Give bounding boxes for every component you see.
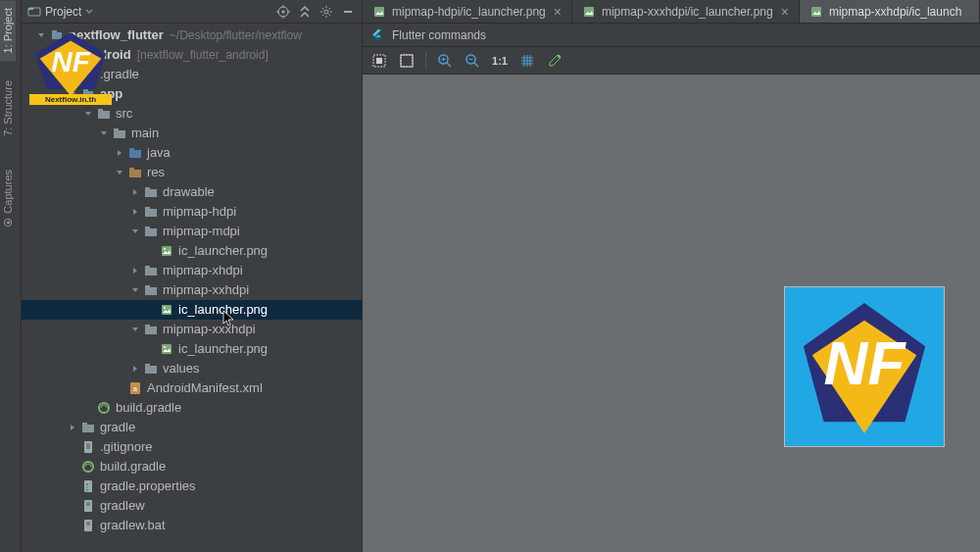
svg-line-75: [447, 63, 451, 67]
svg-rect-39: [162, 305, 172, 315]
folder-icon: [143, 204, 159, 220]
tree-hint: [nextflow_flutter_android]: [137, 45, 269, 65]
tab-label: mipmap-hdpi/ic_launcher.png: [392, 5, 546, 19]
select-bounds-icon[interactable]: [370, 52, 388, 70]
folder-icon: [112, 125, 127, 141]
chevron-down-icon: [114, 167, 125, 178]
image-file-icon: [159, 341, 174, 357]
tree-mipmap-xxxhdpi[interactable]: mipmap-xxxhdpi: [22, 320, 362, 339]
tree-gradle-properties[interactable]: gradle.properties: [22, 477, 362, 496]
project-panel-header: Project: [22, 0, 362, 24]
color-picker-icon[interactable]: [546, 52, 564, 70]
svg-rect-30: [145, 207, 150, 210]
tree-java[interactable]: java: [22, 143, 362, 163]
tree-build-gradle-root[interactable]: build.gradle: [22, 457, 362, 477]
structure-tool-tab[interactable]: 7: Structure: [0, 73, 16, 144]
source-folder-icon: [127, 145, 143, 161]
tree-label: main: [131, 124, 159, 143]
tree-label: mipmap-hdpi: [163, 202, 236, 222]
actual-size-icon[interactable]: 1:1: [491, 52, 509, 70]
tree-mipmap-xxhdpi[interactable]: mipmap-xxhdpi: [22, 280, 362, 300]
grid-icon[interactable]: [518, 52, 536, 70]
tree-mipmap-xhdpi[interactable]: mipmap-xhdpi: [22, 261, 362, 280]
tree-label: mipmap-xhdpi: [163, 261, 243, 280]
chevron-down-icon: [98, 127, 110, 139]
tree-gitignore[interactable]: .gitignore: [22, 437, 362, 457]
svg-rect-20: [98, 109, 103, 112]
tree-label: gradlew: [100, 496, 145, 516]
svg-rect-21: [114, 130, 125, 138]
tree-res[interactable]: res: [22, 163, 362, 182]
tree-mipmap-hdpi[interactable]: mipmap-hdpi: [22, 202, 362, 222]
editor-tab-3-active[interactable]: mipmap-xxhdpi/ic_launch: [800, 0, 980, 23]
svg-rect-29: [145, 209, 157, 217]
close-icon[interactable]: ×: [781, 5, 789, 19]
editor-tab-1[interactable]: mipmap-hdpi/ic_launcher.png ×: [363, 0, 572, 23]
chevron-right-icon: [114, 147, 125, 159]
tree-values[interactable]: values: [22, 359, 362, 378]
tree-file-ic1[interactable]: ic_launcher.png: [22, 241, 362, 261]
svg-point-3: [282, 10, 285, 13]
zoom-in-icon[interactable]: [436, 52, 454, 70]
tree-build-gradle-app[interactable]: build.gradle: [22, 398, 362, 418]
tree-label: src: [116, 104, 132, 124]
tree-label: ic_launcher.png: [178, 300, 268, 320]
svg-rect-23: [129, 150, 141, 158]
text-file-icon: [80, 518, 96, 533]
tree-file-ic3[interactable]: ic_launcher.png: [22, 339, 362, 359]
image-file-icon: [809, 5, 823, 19]
target-icon[interactable]: [275, 4, 291, 20]
image-file-icon: [159, 243, 174, 259]
separator: [425, 52, 426, 70]
hide-icon[interactable]: [340, 4, 356, 20]
editor-tabs: mipmap-hdpi/ic_launcher.png × mipmap-xxx…: [363, 0, 980, 24]
svg-rect-27: [145, 189, 157, 197]
select-all-icon[interactable]: [398, 52, 416, 70]
svg-rect-25: [129, 170, 141, 177]
image-canvas[interactable]: NF: [363, 75, 980, 552]
gradle-file-icon: [80, 459, 96, 475]
svg-rect-61: [84, 500, 92, 512]
tree-hint: ~/Desktop/flutter/nextflow: [170, 25, 302, 45]
tree-mipmap-mdpi[interactable]: mipmap-mdpi: [22, 222, 362, 241]
svg-text:NF: NF: [824, 329, 907, 397]
svg-rect-36: [145, 266, 150, 269]
project-panel-title[interactable]: Project: [27, 5, 93, 19]
folder-icon: [143, 361, 159, 376]
editor-tab-2[interactable]: mipmap-xxxhdpi/ic_launcher.png ×: [572, 0, 800, 23]
resource-folder-icon: [127, 165, 143, 180]
close-icon[interactable]: ×: [554, 5, 562, 19]
tree-label: gradle: [100, 418, 135, 437]
tab-label: mipmap-xxxhdpi/ic_launcher.png: [602, 5, 773, 19]
svg-rect-28: [145, 187, 150, 190]
svg-point-8: [324, 10, 328, 14]
zoom-out-icon[interactable]: [464, 52, 481, 70]
gear-icon[interactable]: [318, 4, 334, 20]
tree-gradlew-bat[interactable]: gradlew.bat: [22, 516, 362, 535]
svg-rect-59: [86, 486, 88, 488]
tree-src[interactable]: src: [22, 104, 362, 124]
captures-tool-tab[interactable]: ⦿ Captures: [0, 162, 16, 235]
tree-label: AndroidManifest.xml: [147, 378, 263, 398]
project-tool-tab[interactable]: 1: Project: [0, 0, 16, 61]
svg-rect-51: [82, 423, 87, 426]
properties-file-icon: [80, 478, 96, 494]
tree-label: gradlew.bat: [100, 516, 166, 535]
svg-point-40: [164, 307, 166, 309]
tree-gradle-root[interactable]: gradle: [22, 418, 362, 437]
tree-manifest[interactable]: a AndroidManifest.xml: [22, 378, 362, 398]
tree-main[interactable]: main: [22, 124, 362, 143]
tree-file-ic2-selected[interactable]: ic_launcher.png: [22, 300, 362, 320]
svg-rect-22: [114, 128, 119, 131]
image-file-icon: [159, 302, 174, 318]
folder-icon: [96, 106, 112, 122]
xml-file-icon: a: [127, 380, 143, 396]
panel-title-text: Project: [45, 5, 81, 19]
tree-drawable[interactable]: drawable: [22, 182, 362, 202]
tool-window-stripe: 1: Project 7: Structure ⦿ Captures: [0, 0, 22, 552]
collapse-icon[interactable]: [297, 4, 313, 20]
tree-label: build.gradle: [100, 457, 166, 477]
tree-gradlew[interactable]: gradlew: [22, 496, 362, 516]
folder-icon: [143, 263, 159, 278]
svg-point-44: [164, 346, 166, 348]
